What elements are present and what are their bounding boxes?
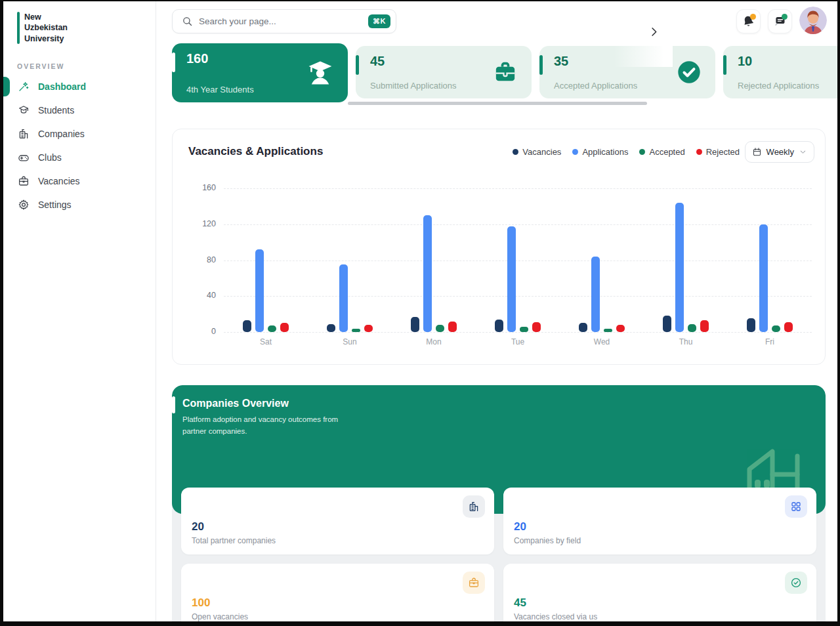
graduate-icon [306, 58, 335, 87]
logo-accent-bar [17, 12, 20, 44]
y-axis-tick: 160 [190, 183, 216, 192]
card-accent-bar [172, 52, 175, 72]
overview-label: Open vacancies [192, 612, 484, 621]
bar-vacancies-fri [747, 318, 755, 332]
bar-vacancies-sun [327, 324, 335, 332]
sidebar-item-companies[interactable]: Companies [3, 122, 156, 146]
sidebar-item-settings[interactable]: Settings [3, 193, 156, 217]
stat-card-rejected-applications[interactable]: 10Rejected Applications [723, 46, 837, 98]
legend-dot [639, 149, 645, 155]
bar-rejected-thu [700, 320, 709, 332]
sidebar-item-label: Students [38, 105, 74, 115]
x-axis-label: Mon [392, 337, 476, 346]
active-indicator [3, 77, 10, 96]
section-accent-bar [172, 396, 175, 413]
bar-vacancies-wed [579, 323, 587, 332]
legend-dot [572, 149, 578, 155]
search-icon [182, 16, 193, 27]
legend-dot [513, 149, 518, 155]
sidebar-item-label: Dashboard [38, 81, 86, 92]
overview-label: Total partner companies [192, 536, 484, 545]
sidebar: New Uzbekistan University OVERVIEW Dashb… [3, 1, 156, 621]
y-axis-tick: 40 [190, 291, 216, 300]
overview-value: 45 [514, 596, 806, 610]
check-badge-icon [785, 572, 807, 594]
bar-group-thu [644, 203, 728, 332]
legend-label: Accepted [649, 147, 684, 157]
sidebar-item-clubs[interactable]: Clubs [3, 146, 156, 169]
notifications-button[interactable] [736, 9, 761, 33]
chevron-down-icon [799, 148, 807, 156]
y-axis-tick: 80 [190, 255, 216, 264]
bar-rejected-tue [532, 322, 541, 332]
bar-accepted-tue [520, 327, 528, 332]
bar-accepted-wed [604, 329, 612, 332]
x-axis-label: Thu [644, 337, 728, 346]
chart-legend: VacanciesApplicationsAcceptedRejected [513, 147, 740, 157]
horizontal-scrollbar[interactable] [348, 102, 647, 105]
legend-label: Vacancies [522, 147, 561, 157]
chart-title: Vacancies & Applications [188, 145, 323, 158]
card-accent-bar [356, 55, 359, 75]
bar-accepted-fri [772, 325, 780, 332]
avatar[interactable] [799, 7, 827, 34]
stat-card-submitted-applications[interactable]: 45Submitted Applications [356, 46, 532, 98]
legend-item-applications[interactable]: Applications [572, 147, 628, 157]
bar-rejected-wed [616, 325, 625, 332]
overview-card-total-partner-companies: 20Total partner companies [181, 488, 494, 554]
bar-applications-wed [591, 257, 600, 332]
vacancies-applications-card: Vacancies & Applications VacanciesApplic… [172, 129, 826, 365]
app-window: New Uzbekistan University OVERVIEW Dashb… [3, 1, 837, 621]
university-logo[interactable]: New Uzbekistan University [17, 12, 68, 44]
briefcase-solid-icon [492, 59, 518, 85]
y-axis-tick: 0 [190, 327, 216, 336]
keyboard-shortcut-badge: ⌘K [368, 14, 390, 28]
y-axis-tick: 120 [190, 219, 216, 228]
companies-overview-section: Companies Overview Platform adoption and… [172, 385, 826, 621]
legend-label: Rejected [706, 147, 740, 157]
stat-card-4th-year-students[interactable]: 1604th Year Students [172, 43, 348, 102]
bar-applications-sat [255, 249, 264, 332]
legend-item-rejected[interactable]: Rejected [696, 147, 740, 157]
period-selector[interactable]: Weekly [745, 141, 814, 163]
building-icon [463, 495, 485, 518]
sidebar-item-students[interactable]: Students [3, 98, 156, 122]
bar-group-sat [224, 249, 308, 332]
bar-vacancies-mon [411, 317, 419, 332]
check-circle-icon [676, 59, 702, 85]
overview-label: Vacancies closed via us [514, 612, 806, 621]
overview-value: 100 [192, 596, 484, 610]
x-axis-label: Wed [560, 337, 644, 346]
logo-text: New Uzbekistan University [24, 12, 68, 44]
legend-item-vacancies[interactable]: Vacancies [513, 147, 561, 157]
wand-icon [18, 81, 30, 93]
bar-chart: 04080120160SatSunMonTueWedThuFri [224, 188, 812, 332]
legend-item-accepted[interactable]: Accepted [639, 147, 684, 157]
stat-value: 10 [738, 54, 837, 69]
search-bar: ⌘K [172, 9, 396, 33]
sidebar-item-dashboard[interactable]: Dashboard [3, 75, 156, 98]
card-accent-bar [723, 55, 726, 75]
section-subtitle: Platform adoption and vacancy outcomes f… [182, 414, 350, 438]
bar-rejected-sun [364, 325, 373, 332]
x-axis-label: Tue [476, 337, 560, 346]
x-axis-label: Sun [308, 337, 392, 346]
stat-card-accepted-applications[interactable]: 35Accepted Applications [539, 46, 715, 98]
gridline [224, 332, 812, 333]
bar-rejected-sat [280, 323, 289, 332]
card-accent-bar [539, 55, 543, 75]
sidebar-item-vacancies[interactable]: Vacancies [3, 169, 156, 193]
bar-applications-sun [339, 264, 348, 332]
search-input[interactable] [199, 16, 362, 26]
bar-applications-fri [759, 224, 768, 332]
building-icon [18, 128, 30, 140]
bar-group-mon [392, 215, 476, 332]
next-cards-button[interactable] [645, 23, 662, 40]
bar-group-tue [476, 226, 560, 333]
bar-applications-mon [423, 215, 432, 332]
messages-button[interactable] [768, 9, 792, 33]
sidebar-item-label: Clubs [38, 152, 62, 163]
overview-value: 20 [192, 520, 484, 533]
legend-label: Applications [582, 147, 628, 157]
student-icon [18, 104, 30, 116]
